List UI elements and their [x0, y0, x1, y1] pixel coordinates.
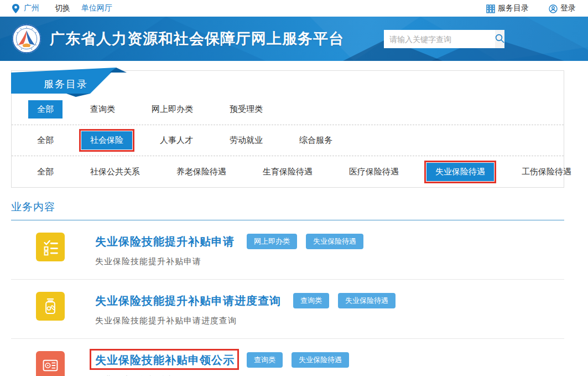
catalog-tab[interactable]: 预受理类 — [221, 100, 272, 119]
list-item: 失业保险技能提升补贴申请进度查询 查询类失业保险待遇 失业保险技能提升补贴申请进… — [11, 280, 564, 339]
item-title-link[interactable]: 失业保险技能提升补贴申请进度查询 — [95, 293, 281, 308]
page-title: 广东省人力资源和社会保障厅网上服务平台 — [50, 29, 344, 49]
category-badge[interactable]: 失业保险待遇 — [306, 234, 363, 249]
login-label: 登录 — [560, 3, 576, 13]
business-content-section: 业务内容 — [11, 200, 564, 220]
category-badge[interactable]: 查询类 — [247, 352, 283, 368]
medicine-bottle-icon — [36, 292, 65, 321]
card-eye-icon — [36, 351, 65, 376]
search-box — [384, 30, 492, 48]
topbar: 广州 切换 单位网厅 服务目录 登录 — [0, 0, 588, 17]
list-item: 失业保险技能补贴申领公示 查询类失业保险待遇 失业保险技能补贴申领公示 — [11, 339, 564, 376]
catalog-tab[interactable]: 医疗保险待遇 — [340, 163, 408, 181]
item-subtitle: 失业保险技能提升补贴申请 — [95, 256, 363, 267]
catalog-tab[interactable]: 网上即办类 — [143, 100, 202, 119]
search-input[interactable] — [384, 30, 495, 48]
catalog-tab[interactable]: 养老保险待遇 — [168, 163, 235, 181]
catalog-row-subcategory: 全部社保公共关系养老保险待遇生育保险待遇医疗保险待遇失业保险待遇工伤保险待遇 — [12, 156, 564, 187]
grid-icon — [486, 3, 495, 13]
user-icon — [549, 3, 558, 13]
catalog-tab[interactable]: 社保公共关系 — [81, 163, 149, 181]
login-link[interactable]: 登录 — [549, 3, 576, 13]
category-badge[interactable]: 失业保险待遇 — [292, 352, 349, 368]
catalog-ribbon-title: 服务目录 — [44, 78, 88, 91]
location-pin-icon — [12, 3, 19, 13]
item-title-link[interactable]: 失业保险技能提升补贴申请 — [95, 234, 235, 249]
list-item: 失业保险技能提升补贴申请 网上即办类失业保险待遇 失业保险技能提升补贴申请 — [11, 220, 564, 280]
category-badge[interactable]: 失业保险待遇 — [338, 293, 396, 308]
catalog-tab[interactable]: 生育保险待遇 — [254, 163, 321, 181]
catalog-tab[interactable]: 劳动就业 — [221, 131, 272, 150]
header-banner: 广东省人力资源和社会保障厅网上服务平台 — [0, 17, 588, 61]
catalog-tab[interactable]: 全部 — [28, 100, 63, 119]
switch-city-link[interactable]: 切换 — [55, 3, 70, 13]
service-directory-label: 服务目录 — [498, 3, 529, 13]
agency-logo — [11, 23, 42, 54]
search-button[interactable] — [495, 30, 504, 48]
section-title: 业务内容 — [11, 200, 564, 214]
service-list: 失业保险技能提升补贴申请 网上即办类失业保险待遇 失业保险技能提升补贴申请 失业… — [11, 220, 564, 376]
search-icon — [495, 34, 504, 45]
category-badge[interactable]: 网上即办类 — [247, 234, 297, 249]
service-catalog-panel: 服务目录 全部查询类网上即办类预受理类 全部社会保险人事人才劳动就业综合服务 全… — [11, 70, 564, 188]
service-directory-link[interactable]: 服务目录 — [486, 3, 529, 13]
catalog-tab[interactable]: 查询类 — [81, 100, 124, 119]
catalog-tab[interactable]: 失业保险待遇 — [426, 163, 494, 181]
location-label: 广州 — [24, 3, 39, 13]
catalog-tab[interactable]: 综合服务 — [290, 131, 341, 150]
catalog-row-category: 全部社会保险人事人才劳动就业综合服务 — [12, 125, 564, 156]
catalog-tab[interactable]: 人事人才 — [151, 131, 202, 150]
checklist-icon — [36, 233, 65, 261]
catalog-row-type: 全部查询类网上即办类预受理类 — [12, 94, 564, 125]
unit-hall-link[interactable]: 单位网厅 — [81, 3, 112, 13]
category-badge[interactable]: 查询类 — [293, 293, 329, 308]
catalog-tab[interactable]: 全部 — [28, 163, 63, 181]
item-subtitle: 失业保险技能提升补贴申请进度查询 — [95, 316, 396, 326]
catalog-tab[interactable]: 全部 — [28, 131, 63, 150]
item-title-link[interactable]: 失业保险技能补贴申领公示 — [95, 353, 235, 368]
catalog-tab[interactable]: 社会保险 — [81, 131, 132, 150]
catalog-tab[interactable]: 工伤保险待遇 — [513, 163, 580, 181]
